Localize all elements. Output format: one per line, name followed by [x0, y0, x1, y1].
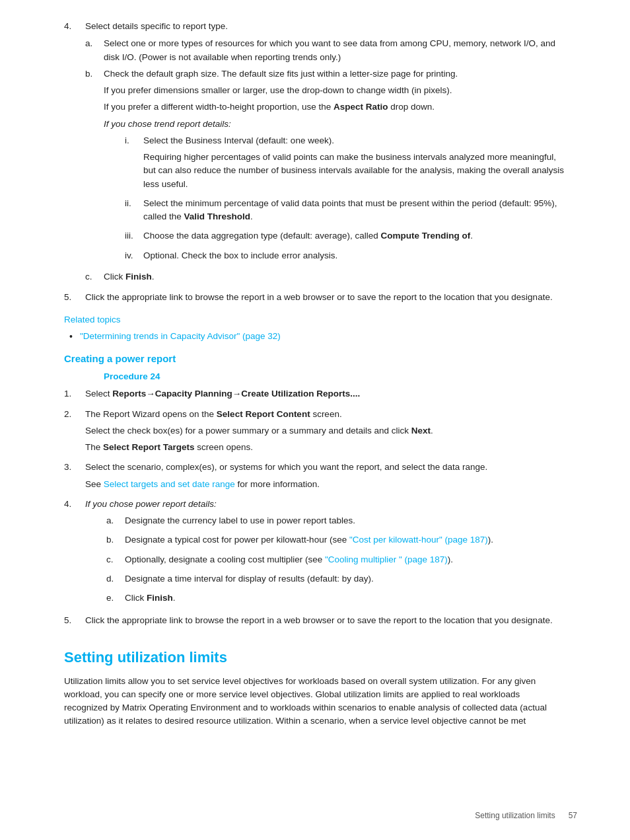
setting-section: Setting utilization limits Utilization l…	[64, 646, 566, 728]
c-sub-b-label: b.	[106, 533, 125, 550]
roman-i-para: Requiring higher percentages of valid po…	[143, 151, 566, 191]
sub-a-text: Select one or more types of resources fo…	[104, 37, 566, 64]
sub-b-line1: Check the default graph size. The defaul…	[104, 67, 566, 81]
c-sub-c-text: Optionally, designate a cooling cost mul…	[125, 553, 453, 566]
c-step2-line1: The Report Wizard opens on the Select Re…	[85, 408, 433, 421]
cooling-multiplier-link[interactable]: "Cooling multiplier " (page 187)	[325, 554, 448, 564]
c-step5-num: 5.	[64, 614, 85, 627]
setting-heading: Setting utilization limits	[64, 646, 566, 668]
c-sub-d-text: Designate a time interval for display of…	[125, 572, 374, 586]
roman-ii-label: ii.	[125, 197, 143, 227]
c-sub-c-label: c.	[106, 553, 125, 570]
c-step2-num: 2.	[64, 408, 85, 458]
c-step1-num: 1.	[64, 387, 85, 404]
top-step4: 4. Select details specific to report typ…	[64, 20, 566, 304]
sub-b-line3: If you prefer a different width-to-heigh…	[104, 100, 566, 114]
footer-page-number: 57	[569, 810, 577, 821]
cost-per-kwh-link[interactable]: "Cost per kilowatt-hour" (page 187)	[349, 535, 488, 545]
c-step1-text: Select Reports→Capacity Planning→Create …	[85, 387, 360, 401]
c-step5-text: Click the appropriate link to browse the…	[85, 614, 553, 627]
step4-num: 4.	[64, 20, 85, 33]
sub-c-label: c.	[85, 270, 104, 287]
select-targets-link[interactable]: Select targets and set date range	[104, 479, 235, 489]
sub-b-content: Check the default graph size. The defaul…	[104, 67, 566, 268]
related-topics-section: Related topics • "Determining trends in …	[64, 313, 566, 343]
c-step2-content: The Report Wizard opens on the Select Re…	[85, 408, 433, 458]
setting-para: Utilization limits allow you to set serv…	[64, 675, 566, 728]
c-step3-text: Select the scenario, complex(es), or sys…	[85, 461, 487, 474]
page: 4. Select details specific to report typ…	[0, 0, 630, 840]
c-step3-num: 3.	[64, 461, 85, 494]
step5-text: Click the appropriate link to browse the…	[85, 291, 553, 304]
roman-ii-text: Select the minimum percentage of valid d…	[143, 197, 566, 224]
roman-iii-label: iii.	[125, 229, 143, 246]
related-topics-link[interactable]: "Determining trends in Capacity Advisor"…	[80, 330, 281, 343]
main-content: 4. Select details specific to report typ…	[64, 20, 566, 728]
roman-iv-label: iv.	[125, 249, 143, 266]
c-sub-b-text: Designate a typical cost for power per k…	[125, 533, 493, 547]
c-step3-link-line: See Select targets and set date range fo…	[85, 478, 487, 491]
c-step2-line2: Select the check box(es) for a power sum…	[85, 424, 433, 438]
bullet-icon: •	[69, 330, 80, 344]
roman-iii-text: Choose the data aggregation type (defaul…	[143, 229, 473, 243]
procedure-label: Procedure 24	[104, 370, 566, 383]
sub-b-label: b.	[85, 67, 104, 268]
roman-i-text: Select the Business Interval (default: o…	[143, 134, 566, 147]
c-step4-num: 4.	[64, 498, 85, 611]
related-topics-heading: Related topics	[64, 313, 566, 326]
c-sub-e-text: Click Finish.	[125, 592, 176, 605]
sub-c-text: Click Finish.	[104, 270, 155, 284]
c-sub-e-label: e.	[106, 592, 125, 608]
creating-heading: Creating a power report	[64, 352, 566, 367]
footer-section: Setting utilization limits	[475, 810, 555, 821]
step4-text: Select details specific to report type.	[85, 20, 228, 33]
page-footer: Setting utilization limits 57	[475, 810, 577, 821]
sub-a-label: a.	[85, 37, 104, 64]
c-step2-line3: The Select Report Targets screen opens.	[85, 441, 433, 454]
roman-list: i. Select the Business Interval (default…	[125, 134, 566, 266]
c-sub-d-label: d.	[106, 572, 125, 589]
c-step4-italic: If you chose power report details:	[85, 498, 493, 511]
step5-num: 5.	[64, 291, 85, 304]
roman-iv-text: Optional. Check the box to include error…	[143, 249, 337, 262]
sub-b-line2: If you prefer dimensions smaller or larg…	[104, 84, 566, 97]
c-sub-a-text: Designate the currency label to use in p…	[125, 514, 355, 527]
c-sub-a-label: a.	[106, 514, 125, 531]
creating-section: Creating a power report Procedure 24 1. …	[64, 352, 566, 628]
roman-i-label: i.	[125, 134, 143, 194]
sub-b-italic: If you chose trend report details:	[104, 118, 566, 131]
